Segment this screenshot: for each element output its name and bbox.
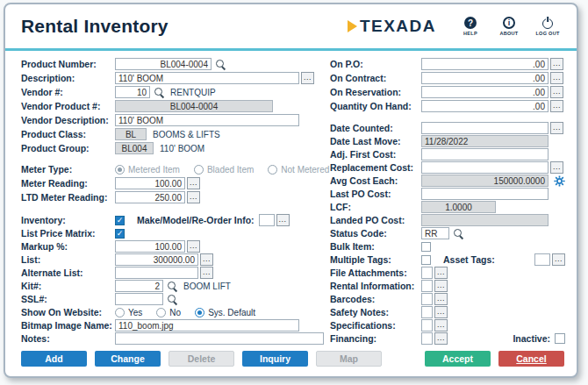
last-po-cost-label: Last PO Cost: xyxy=(330,189,421,199)
ellipsis-button[interactable]: ... xyxy=(434,306,448,318)
ellipsis-button[interactable]: ... xyxy=(200,267,213,279)
bulk-item-label: Bulk Item: xyxy=(330,241,421,252)
ellipsis-button[interactable]: ... xyxy=(301,72,314,84)
file-attachments-input[interactable] xyxy=(421,267,433,279)
quantity-on-hand-input[interactable]: .00 xyxy=(421,100,549,112)
bitmap-input[interactable]: 110_boom.jpg xyxy=(115,319,299,332)
ellipsis-button[interactable]: ... xyxy=(550,122,563,134)
gear-icon[interactable] xyxy=(554,175,565,187)
ellipsis-button[interactable]: ... xyxy=(434,293,448,305)
last-po-cost-input[interactable] xyxy=(421,188,549,200)
ellipsis-button[interactable]: ... xyxy=(550,161,563,174)
ellipsis-button[interactable]: ... xyxy=(550,100,563,112)
meter-reading-input[interactable]: 100.00 xyxy=(115,177,185,189)
help-icon[interactable]: ? xyxy=(464,17,477,29)
radio-icon[interactable] xyxy=(194,165,204,175)
accept-button[interactable]: Accept xyxy=(425,351,491,367)
ellipsis-button[interactable]: ... xyxy=(276,214,290,226)
row-product-class: Product Class: BL BOOMS & LIFTS xyxy=(21,128,330,140)
replacement-cost-input[interactable] xyxy=(421,161,549,174)
alternate-list-label: Alternate List: xyxy=(21,267,115,278)
logout-button[interactable]: LOG OUT xyxy=(533,18,563,36)
on-po-label: On P.O: xyxy=(330,59,421,69)
radio-yes[interactable]: Yes xyxy=(115,308,142,317)
bulk-item-checkbox[interactable] xyxy=(421,242,431,252)
kit-input[interactable]: 2 xyxy=(115,280,163,292)
ellipsis-button[interactable]: ... xyxy=(434,319,448,332)
cancel-button[interactable]: Cancel xyxy=(498,351,564,367)
help-button[interactable]: ? HELP xyxy=(455,17,485,36)
list-input[interactable]: 300000.00 xyxy=(115,253,198,266)
vendor-description-input[interactable]: 110' BOOM xyxy=(115,114,299,126)
barcodes-input[interactable] xyxy=(421,293,433,305)
row-vendor-product-number: Vendor Product #: BL004-0004 xyxy=(21,100,330,112)
ellipsis-button[interactable]: ... xyxy=(434,280,448,292)
radio-icon[interactable] xyxy=(195,308,204,317)
radio-bladed-item[interactable]: Bladed Item xyxy=(194,165,254,175)
inventory-checkbox[interactable]: ✓ xyxy=(115,216,125,225)
notes-input[interactable] xyxy=(115,332,324,345)
change-button[interactable]: Change xyxy=(95,351,161,367)
ellipsis-button[interactable]: ... xyxy=(434,267,448,279)
radio-not-metered[interactable]: Not Metered xyxy=(268,165,329,175)
ellipsis-button[interactable]: ... xyxy=(187,191,200,203)
markup-input[interactable]: 100.00 xyxy=(115,240,185,253)
ltd-meter-reading-input[interactable]: 250.00 xyxy=(115,191,185,203)
ellipsis-button[interactable]: ... xyxy=(187,240,200,253)
logout-label: LOG OUT xyxy=(535,31,559,36)
financing-input[interactable] xyxy=(421,332,433,345)
product-number-input[interactable]: BL004-0004 xyxy=(115,58,212,70)
row-ltd-meter-reading: LTD Meter Reading: 250.00 ... xyxy=(21,191,330,203)
ellipsis-button[interactable]: ... xyxy=(552,253,565,266)
ellipsis-button[interactable]: ... xyxy=(550,58,563,70)
radio-sys-default[interactable]: Sys. Default xyxy=(195,308,255,317)
asset-tags-input[interactable] xyxy=(534,253,550,266)
vendor-product-number-label: Vendor Product #: xyxy=(21,101,115,111)
ellipsis-button[interactable]: ... xyxy=(434,332,448,345)
product-class-label: Product Class: xyxy=(21,129,115,139)
date-counted-input[interactable] xyxy=(421,122,549,134)
meter-type-label: Meter Type: xyxy=(21,164,115,175)
radio-icon[interactable] xyxy=(156,308,166,317)
ellipsis-button[interactable]: ... xyxy=(187,177,200,189)
radio-no[interactable]: No xyxy=(156,308,181,317)
row-alternate-list: Alternate List: ... xyxy=(21,267,330,279)
vendor-name-text: RENTQUIP xyxy=(170,88,216,97)
row-list-price-matrix: List Price Matrix: ✓ xyxy=(21,227,330,239)
adj-first-cost-input[interactable] xyxy=(421,148,549,160)
ellipsis-button[interactable]: ... xyxy=(200,253,213,266)
search-icon[interactable] xyxy=(166,281,177,292)
inactive-checkbox[interactable] xyxy=(555,333,565,344)
vendor-number-input[interactable]: 10 xyxy=(115,86,150,98)
description-input[interactable]: 110' BOOM xyxy=(115,72,299,84)
search-icon[interactable] xyxy=(214,59,226,70)
radio-icon[interactable] xyxy=(115,308,125,317)
row-markup: Markup %: 100.00 ... xyxy=(21,240,330,253)
inquiry-button[interactable]: Inquiry xyxy=(242,351,308,367)
radio-metered-item[interactable]: Metered Item xyxy=(115,165,180,175)
add-button[interactable]: Add xyxy=(21,351,87,367)
on-po-input[interactable]: .00 xyxy=(421,58,549,70)
on-reservation-input[interactable]: .00 xyxy=(421,86,549,98)
ssl-input[interactable] xyxy=(115,293,163,305)
on-contract-input[interactable]: .00 xyxy=(421,72,549,84)
power-icon[interactable] xyxy=(542,18,553,29)
status-code-input[interactable]: RR xyxy=(421,227,449,239)
radio-icon[interactable] xyxy=(115,165,125,175)
make-model-input[interactable] xyxy=(259,214,275,226)
ellipsis-button[interactable]: ... xyxy=(550,72,563,84)
specifications-input[interactable] xyxy=(421,319,433,332)
search-icon[interactable] xyxy=(153,87,164,98)
list-price-matrix-checkbox[interactable]: ✓ xyxy=(115,229,125,239)
rental-information-input[interactable] xyxy=(421,280,433,292)
search-icon[interactable] xyxy=(166,294,177,305)
row-ssl: SSL#: xyxy=(21,293,330,305)
search-icon[interactable] xyxy=(452,228,463,239)
alternate-list-input[interactable] xyxy=(115,267,198,279)
radio-icon[interactable] xyxy=(268,165,277,175)
ellipsis-button[interactable]: ... xyxy=(550,86,563,98)
multiple-tags-checkbox[interactable] xyxy=(421,255,431,265)
info-icon[interactable]: i xyxy=(503,17,515,29)
safety-notes-input[interactable] xyxy=(421,306,433,318)
about-button[interactable]: i ABOUT xyxy=(494,17,524,36)
